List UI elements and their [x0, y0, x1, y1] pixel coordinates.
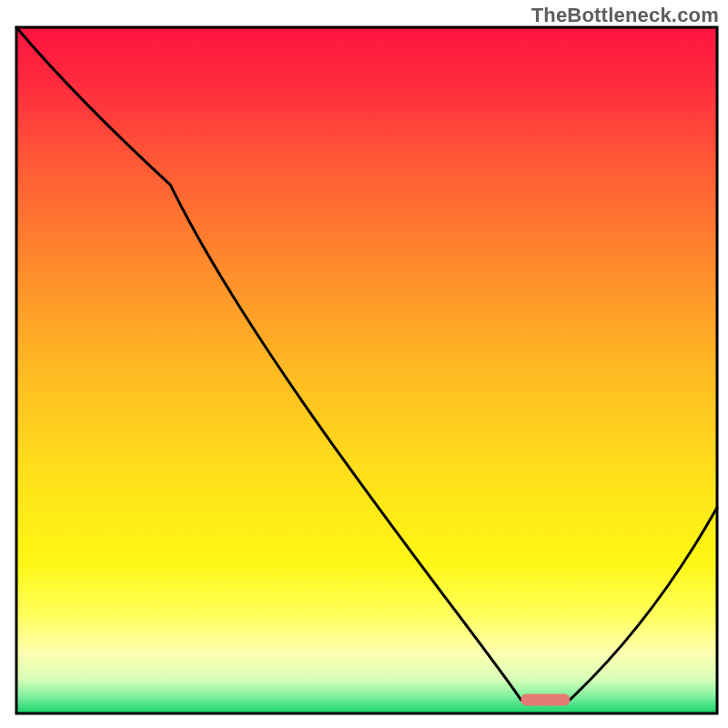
target-range-marker [521, 693, 570, 705]
watermark-text: TheBottleneck.com [531, 4, 719, 27]
gradient-background [16, 27, 717, 713]
bottleneck-chart [0, 0, 728, 728]
plot-area [16, 27, 717, 713]
